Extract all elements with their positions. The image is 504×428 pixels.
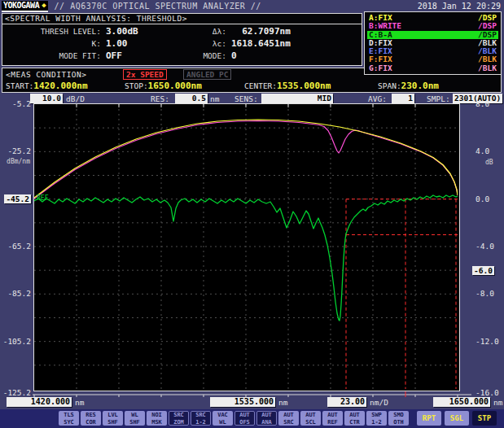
k-value: 1.00 xyxy=(101,37,180,50)
trace-row-g[interactable]: G:FIX/BLK xyxy=(367,64,498,72)
softkey-label-line1: AUT xyxy=(322,412,343,419)
sgl-sweep-button[interactable]: SGL xyxy=(445,411,469,426)
graticule-plot: REF xyxy=(33,103,460,391)
scale-per-div-field[interactable]: 23.00 xyxy=(327,397,366,407)
trace-c-b-minus-a xyxy=(34,195,458,321)
softkey-label-line1: RES xyxy=(81,412,101,419)
softkey-lvl-shf[interactable]: LVLSHF xyxy=(103,411,123,426)
res-field[interactable]: 0.5 xyxy=(175,94,208,103)
spectral-width-analysis-panel: <SPECTRAL WIDTH ANALYSIS: THRESHOLD> THR… xyxy=(2,13,362,66)
softkey-src-1-2[interactable]: SRC1-2 xyxy=(191,411,211,426)
trace-status-panel: A:FIX/DSPB:WRITE/DSPC:B-A/DSPD:FIX/BLKE:… xyxy=(364,11,502,75)
stop-wavelength-field[interactable]: 1650.000 xyxy=(433,397,490,407)
center-wavelength-field[interactable]: 1535.000 xyxy=(210,397,275,407)
softkey-aut-ofs[interactable]: AUTOFS xyxy=(234,411,255,426)
y-axis-right-label: -12.0 xyxy=(476,337,499,346)
softkey-label-line1: SMO xyxy=(388,412,409,419)
stop-value: 1650.000nm xyxy=(148,81,202,91)
y-axis-right-label: -8.0 xyxy=(476,289,494,298)
trace-display-status: /BLK xyxy=(478,64,497,72)
stop-field: STOP: 1650.000nm xyxy=(125,81,202,91)
mode-value: 0 xyxy=(226,50,347,62)
sweep-action-keys: RPTSGLSTP xyxy=(417,411,497,426)
y-axis-right-label: 0.0 xyxy=(476,194,489,203)
center-label: CENTER: xyxy=(244,81,277,90)
y-axis-right-label: -4.0 xyxy=(476,242,494,251)
softkey-noi-msk[interactable]: NOIMSK xyxy=(147,411,167,426)
y-axis-left-unit: dBm/nm xyxy=(7,158,30,165)
softkey-label-line1: AUT xyxy=(300,412,321,419)
y-axis-left-label: -45.2 xyxy=(4,194,31,203)
avg-field[interactable]: 1 xyxy=(392,94,414,103)
softkey-tls-syc[interactable]: TLSSYC xyxy=(59,411,79,426)
stp-sweep-button[interactable]: STP xyxy=(472,411,497,426)
span-value: 230.0nm xyxy=(401,81,439,91)
softkey-label-line1: TLS xyxy=(59,412,79,419)
softkey-label-line2: SCL xyxy=(300,419,321,426)
center-field: CENTER: 1535.000nm xyxy=(244,81,331,91)
softkey-label-line2: SHF xyxy=(125,419,145,426)
analysis-grid: THRESH LEVEL: 3.00dB Δλ: 62.7097nm K: 1.… xyxy=(2,24,362,62)
softkey-aut-ana[interactable]: AUTANA xyxy=(256,411,277,426)
trace-name: G:FIX xyxy=(369,64,392,72)
softkeys: TLSSYCRESCORLVLSHFWLSHFNOIMSKSRCZOMSRC1-… xyxy=(59,411,409,426)
softkey-label-line2: SRC xyxy=(278,419,299,426)
softkey-label-line1: VAC xyxy=(213,412,233,419)
softkey-aut-ref[interactable]: AUTREF xyxy=(322,411,343,426)
softkey-aut-scl[interactable]: AUTSCL xyxy=(300,411,321,426)
avg-label: AVG: xyxy=(368,94,387,103)
softkey-smo-oth[interactable]: SMOOTH xyxy=(388,411,409,426)
span-field: SPAN: 230.0nm xyxy=(378,81,439,91)
softkey-label-line1: SRC xyxy=(191,412,210,419)
y-axis-left-label: -25.2 xyxy=(7,146,31,155)
softkey-label-line1: NOI xyxy=(147,412,167,419)
softkey-label-line2: COR xyxy=(81,419,101,426)
softkey-aut-src[interactable]: AUTSRC xyxy=(278,411,299,426)
res-unit: nm xyxy=(210,94,219,103)
softkey-vac-wl[interactable]: VACWL xyxy=(213,411,233,426)
res-label: RES: xyxy=(151,94,169,103)
delta-lambda-label: Δλ: xyxy=(180,25,226,37)
softkey-label-line2: SHF xyxy=(103,419,123,426)
y-axis-right-label: 8.0 xyxy=(476,99,489,108)
lambda-c-label: λc: xyxy=(180,37,226,50)
start-value: 1420.000nm xyxy=(33,81,87,91)
softkey-label-line2: CTR xyxy=(344,419,365,426)
softkey-label-line2: MSK xyxy=(147,419,167,426)
mode-fit-value: OFF xyxy=(101,50,180,62)
softkey-wl-shf[interactable]: WLSHF xyxy=(125,411,145,426)
y-axis-left-label: -5.2 xyxy=(12,99,31,108)
sens-field[interactable]: MID xyxy=(261,94,333,103)
softkey-label-line1: LVL xyxy=(103,412,123,419)
center-value: 1535.000nm xyxy=(277,81,331,91)
level-scale-field[interactable]: 10.0 xyxy=(30,94,63,103)
analysis-title: <SPECTRAL WIDTH ANALYSIS: THRESHOLD> xyxy=(2,14,362,24)
softkey-label-line2: REF xyxy=(322,419,343,426)
diamond-icon: ◆ xyxy=(42,1,46,10)
softkey-label-line1: WL xyxy=(125,412,145,419)
softkey-label-line1: AUT xyxy=(344,412,365,419)
speed-2x-badge: 2x SPEED xyxy=(123,69,167,80)
softkey-res-cor[interactable]: RESCOR xyxy=(81,411,101,426)
softkey-label-line2: 1-2 xyxy=(366,419,387,426)
softkey-aut-ctr[interactable]: AUTCTR xyxy=(344,411,365,426)
softkey-swp-1-2[interactable]: SWP1-2 xyxy=(366,411,387,426)
softkey-label-line2: OFS xyxy=(235,419,254,426)
start-wavelength-field[interactable]: 1420.000 xyxy=(7,397,72,407)
start-wavelength-unit: nm xyxy=(75,398,84,407)
y-axis-right-label: 4.0 xyxy=(476,146,489,155)
smpl-label: SMPL: xyxy=(427,94,450,103)
delta-lambda-value: 62.7097nm xyxy=(226,25,347,37)
osa-screen: YOKOGAWA ◆ // AQ6370C OPTICAL SPECTRUM A… xyxy=(0,0,504,428)
softkey-label-line1: AUT xyxy=(257,412,276,419)
softkey-label-line2: SYC xyxy=(59,419,79,426)
span-label: SPAN: xyxy=(378,81,401,90)
angled-pc-badge: ANGLED PC xyxy=(183,69,231,80)
plot-svg: REF xyxy=(34,104,458,389)
softkey-label-line2: ANA xyxy=(257,419,276,426)
y-axis-left-label: -85.2 xyxy=(7,289,31,298)
stop-wavelength-unit: nm xyxy=(493,398,502,407)
softkey-src-zom[interactable]: SRCZOM xyxy=(169,411,189,426)
rpt-sweep-button[interactable]: RPT xyxy=(417,411,441,426)
lambda-c-value: 1618.6451nm xyxy=(226,37,347,50)
